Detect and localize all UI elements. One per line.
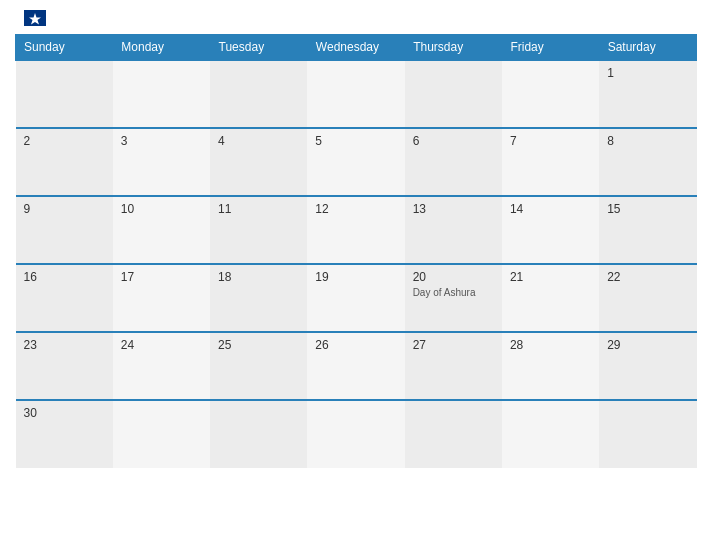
calendar-cell xyxy=(113,400,210,468)
calendar-cell: 5 xyxy=(307,128,404,196)
cell-event: Day of Ashura xyxy=(413,287,494,298)
cell-date: 1 xyxy=(607,66,688,80)
calendar-cell: 17 xyxy=(113,264,210,332)
cell-date: 15 xyxy=(607,202,688,216)
calendar-cell: 14 xyxy=(502,196,599,264)
cell-date: 11 xyxy=(218,202,299,216)
cell-date: 7 xyxy=(510,134,591,148)
calendar-cell: 23 xyxy=(16,332,113,400)
cell-date: 18 xyxy=(218,270,299,284)
cell-date: 16 xyxy=(24,270,105,284)
calendar-cell xyxy=(307,60,404,128)
cell-date: 19 xyxy=(315,270,396,284)
calendar-cell: 20Day of Ashura xyxy=(405,264,502,332)
weekday-header-thursday: Thursday xyxy=(405,35,502,61)
cell-date: 17 xyxy=(121,270,202,284)
calendar-cell xyxy=(405,60,502,128)
calendar-table: SundayMondayTuesdayWednesdayThursdayFrid… xyxy=(15,34,697,468)
calendar-cell xyxy=(16,60,113,128)
calendar-cell: 18 xyxy=(210,264,307,332)
calendar-cell: 16 xyxy=(16,264,113,332)
calendar-cell: 10 xyxy=(113,196,210,264)
weekday-header-wednesday: Wednesday xyxy=(307,35,404,61)
calendar-cell xyxy=(210,60,307,128)
calendar-cell: 11 xyxy=(210,196,307,264)
weekday-header-tuesday: Tuesday xyxy=(210,35,307,61)
calendar-cell: 6 xyxy=(405,128,502,196)
week-row-5: 30 xyxy=(16,400,697,468)
cell-date: 21 xyxy=(510,270,591,284)
cell-date: 22 xyxy=(607,270,688,284)
cell-date: 23 xyxy=(24,338,105,352)
cell-date: 27 xyxy=(413,338,494,352)
cell-date: 13 xyxy=(413,202,494,216)
week-row-0: 1 xyxy=(16,60,697,128)
cell-date: 26 xyxy=(315,338,396,352)
week-row-1: 2345678 xyxy=(16,128,697,196)
cell-date: 24 xyxy=(121,338,202,352)
calendar-cell: 7 xyxy=(502,128,599,196)
calendar-cell: 9 xyxy=(16,196,113,264)
calendar-cell xyxy=(502,60,599,128)
weekday-header-sunday: Sunday xyxy=(16,35,113,61)
week-row-3: 1617181920Day of Ashura2122 xyxy=(16,264,697,332)
cell-date: 9 xyxy=(24,202,105,216)
cell-date: 2 xyxy=(24,134,105,148)
weekday-header-friday: Friday xyxy=(502,35,599,61)
calendar-cell: 22 xyxy=(599,264,696,332)
cell-date: 12 xyxy=(315,202,396,216)
cell-date: 14 xyxy=(510,202,591,216)
calendar-cell: 1 xyxy=(599,60,696,128)
cell-date: 3 xyxy=(121,134,202,148)
cell-date: 20 xyxy=(413,270,494,284)
calendar-container: SundayMondayTuesdayWednesdayThursdayFrid… xyxy=(0,0,712,550)
calendar-cell xyxy=(599,400,696,468)
calendar-cell: 27 xyxy=(405,332,502,400)
calendar-cell: 28 xyxy=(502,332,599,400)
weekday-header-row: SundayMondayTuesdayWednesdayThursdayFrid… xyxy=(16,35,697,61)
calendar-cell: 4 xyxy=(210,128,307,196)
calendar-cell xyxy=(405,400,502,468)
calendar-cell: 19 xyxy=(307,264,404,332)
calendar-cell xyxy=(502,400,599,468)
calendar-cell: 25 xyxy=(210,332,307,400)
calendar-cell xyxy=(113,60,210,128)
weekday-header-monday: Monday xyxy=(113,35,210,61)
week-row-4: 23242526272829 xyxy=(16,332,697,400)
calendar-cell: 21 xyxy=(502,264,599,332)
cell-date: 5 xyxy=(315,134,396,148)
logo-flag-icon xyxy=(24,10,46,26)
weekday-header-saturday: Saturday xyxy=(599,35,696,61)
calendar-cell: 15 xyxy=(599,196,696,264)
calendar-cell xyxy=(307,400,404,468)
calendar-header xyxy=(15,10,697,26)
cell-date: 25 xyxy=(218,338,299,352)
calendar-cell: 30 xyxy=(16,400,113,468)
logo xyxy=(20,10,48,26)
cell-date: 4 xyxy=(218,134,299,148)
calendar-cell: 2 xyxy=(16,128,113,196)
calendar-cell: 29 xyxy=(599,332,696,400)
week-row-2: 9101112131415 xyxy=(16,196,697,264)
calendar-cell: 24 xyxy=(113,332,210,400)
calendar-cell xyxy=(210,400,307,468)
cell-date: 29 xyxy=(607,338,688,352)
calendar-cell: 26 xyxy=(307,332,404,400)
calendar-cell: 12 xyxy=(307,196,404,264)
calendar-cell: 3 xyxy=(113,128,210,196)
cell-date: 30 xyxy=(24,406,105,420)
calendar-cell: 8 xyxy=(599,128,696,196)
cell-date: 8 xyxy=(607,134,688,148)
calendar-cell: 13 xyxy=(405,196,502,264)
cell-date: 10 xyxy=(121,202,202,216)
cell-date: 6 xyxy=(413,134,494,148)
cell-date: 28 xyxy=(510,338,591,352)
